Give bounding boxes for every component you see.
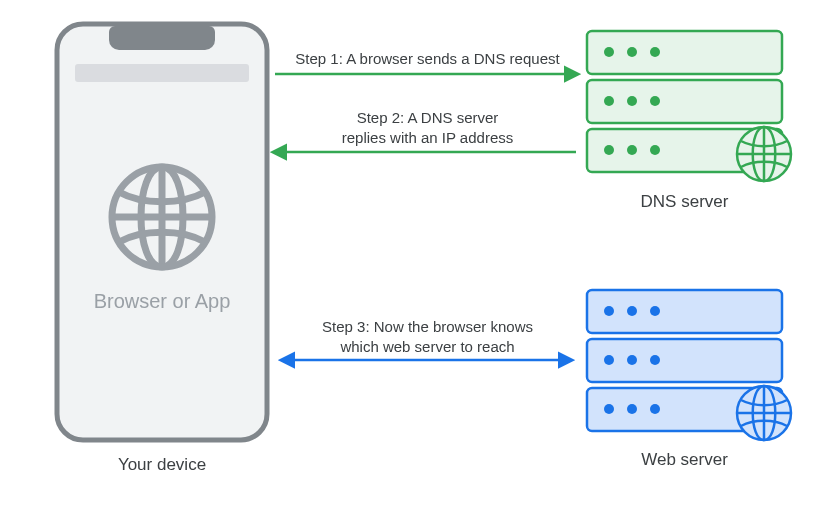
svg-point-23 — [604, 306, 614, 316]
svg-point-24 — [627, 306, 637, 316]
step1-text: Step 1: A browser sends a DNS request — [275, 49, 580, 69]
svg-point-26 — [604, 355, 614, 365]
svg-rect-20 — [587, 290, 782, 333]
dns-globe-icon — [737, 127, 791, 181]
svg-point-16 — [650, 145, 660, 155]
svg-point-13 — [650, 96, 660, 106]
svg-point-8 — [604, 47, 614, 57]
device-label: Your device — [62, 455, 262, 475]
dns-server-label: DNS server — [587, 192, 782, 212]
svg-point-27 — [627, 355, 637, 365]
device-phone — [57, 24, 267, 440]
step3-text: Step 3: Now the browser knows which web … — [275, 317, 580, 356]
svg-point-9 — [627, 47, 637, 57]
svg-point-29 — [604, 404, 614, 414]
svg-point-11 — [604, 96, 614, 106]
svg-rect-21 — [587, 339, 782, 382]
web-globe-icon — [737, 386, 791, 440]
svg-rect-5 — [587, 31, 782, 74]
diagram-canvas — [0, 0, 838, 523]
step2-text: Step 2: A DNS server replies with an IP … — [275, 108, 580, 147]
svg-point-30 — [627, 404, 637, 414]
svg-point-14 — [604, 145, 614, 155]
dns-server — [587, 31, 791, 181]
svg-point-28 — [650, 355, 660, 365]
web-server — [587, 290, 791, 440]
web-server-label: Web server — [587, 450, 782, 470]
svg-point-15 — [627, 145, 637, 155]
globe-icon — [112, 167, 212, 267]
svg-point-10 — [650, 47, 660, 57]
svg-point-31 — [650, 404, 660, 414]
device-app-label: Browser or App — [62, 290, 262, 313]
svg-rect-6 — [587, 80, 782, 123]
svg-rect-1 — [75, 64, 249, 82]
svg-point-12 — [627, 96, 637, 106]
svg-point-25 — [650, 306, 660, 316]
